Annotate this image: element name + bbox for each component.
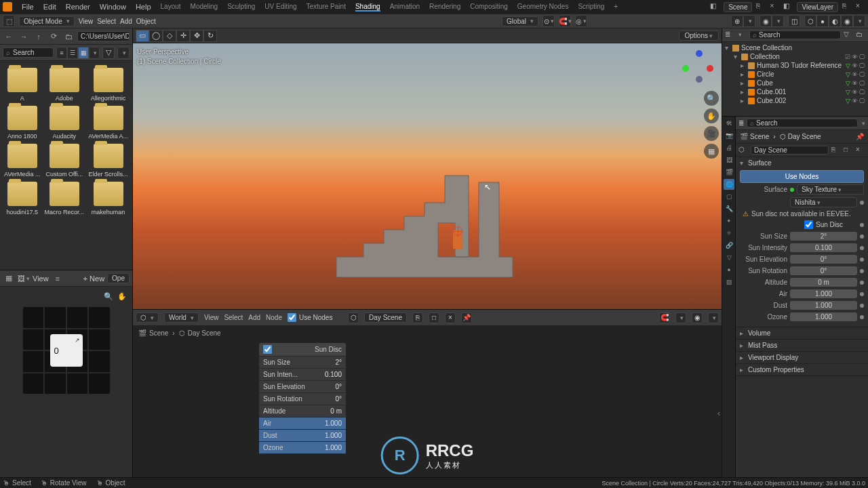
axis-x-icon[interactable] — [707, 65, 713, 72]
folder-item[interactable]: Adobe — [43, 66, 86, 103]
tool-cursor-icon[interactable]: ✛ — [176, 30, 190, 42]
ne-menu-select[interactable]: Select — [224, 314, 243, 321]
viewlayer-selector[interactable]: ViewLayer — [797, 2, 838, 12]
workspace-layout[interactable]: Layout — [161, 3, 181, 12]
disable-icon[interactable]: 🖵 — [859, 89, 865, 96]
data-icon[interactable]: ▽ — [846, 98, 850, 104]
tab-modifier-icon[interactable]: 🔧 — [724, 203, 734, 214]
tree-item[interactable]: ▸Cube.001▽👁🖵 — [722, 87, 868, 96]
folder-item[interactable]: AVerMedia A... — [87, 104, 130, 141]
anim-dot-icon[interactable] — [860, 304, 864, 308]
workspace-sculpting[interactable]: Sculpting — [227, 3, 255, 12]
prop-value[interactable]: 1.000 — [790, 301, 857, 310]
data-icon[interactable]: ▽ — [846, 80, 850, 87]
view-opts-icon[interactable] — [89, 47, 100, 59]
workspace-shading[interactable]: Shading — [355, 3, 380, 12]
viewlayer-browse-icon[interactable]: ◧ — [783, 2, 793, 12]
node-sun-disc-row[interactable]: Sun Disc — [259, 343, 346, 357]
data-icon[interactable]: ▽ — [846, 62, 850, 69]
nav-back-icon[interactable]: ← — [3, 30, 15, 43]
node-row[interactable]: Sun Elevation0° — [259, 381, 346, 393]
menu-render[interactable]: Render — [66, 3, 90, 11]
bc-scene[interactable]: 🎬 Scene — [138, 329, 168, 337]
folder-item[interactable]: Macro Recor... — [43, 180, 86, 217]
ne-shader-type[interactable]: World — [164, 312, 199, 323]
tree-item[interactable]: ▸Cube.002▽👁🖵 — [722, 96, 868, 105]
anim-dot-icon[interactable] — [860, 246, 864, 250]
workspace-geonodes[interactable]: Geometry Nodes — [517, 3, 569, 12]
tab-constraints-icon[interactable]: 🔗 — [724, 240, 734, 251]
show-gizmo-toggle[interactable]: ⊕ — [731, 15, 743, 27]
ne-editor-type[interactable]: ⬡ — [136, 312, 159, 323]
tab-tool-icon[interactable]: 🛠 — [724, 118, 734, 129]
vp-menu-object[interactable]: Object — [136, 18, 156, 25]
tree-root[interactable]: ▾Scene Collection — [722, 43, 868, 52]
hide-icon[interactable]: 👁 — [852, 54, 858, 60]
overlay-options[interactable] — [772, 15, 784, 27]
outliner-type-icon[interactable]: ≣ — [725, 30, 734, 40]
section-header[interactable]: ▸Custom Properties — [736, 364, 868, 375]
pivot-dropdown[interactable]: ⊙ — [542, 15, 555, 27]
hide-icon[interactable]: 👁 — [852, 80, 858, 87]
prop-value[interactable]: 2° — [790, 232, 857, 241]
view-thumb-icon[interactable]: ▦ — [78, 47, 89, 59]
scene-new-icon[interactable]: ⎘ — [756, 2, 766, 12]
shading-solid[interactable]: ● — [816, 15, 829, 27]
data-icon[interactable]: ▽ — [846, 89, 850, 96]
view-list-icon[interactable]: ≡ — [56, 47, 67, 59]
ne-copy-icon[interactable]: □ — [429, 312, 439, 323]
prop-value[interactable]: 0° — [790, 255, 857, 264]
node-row[interactable]: Ozone1.000 — [259, 442, 346, 454]
disable-icon[interactable]: 🖵 — [859, 71, 865, 78]
image-open-button[interactable]: Ope — [107, 273, 130, 283]
axis-y-icon[interactable] — [682, 65, 689, 72]
anim-dot-icon[interactable] — [860, 201, 864, 205]
vp-menu-view[interactable]: View — [79, 18, 94, 25]
anim-dot-icon[interactable] — [860, 258, 864, 262]
tab-output-icon[interactable]: 🖨 — [724, 142, 734, 153]
menu-help[interactable]: Help — [136, 3, 151, 11]
node-row[interactable]: Air1.000 — [259, 418, 346, 430]
scene-browse-icon[interactable]: ◧ — [710, 2, 719, 12]
world-name-input[interactable]: Day Scene — [751, 146, 829, 155]
xray-toggle[interactable]: ◫ — [788, 15, 800, 27]
image-editor-type-icon[interactable]: ▦ — [3, 272, 15, 285]
hand-icon[interactable]: ✋ — [117, 292, 127, 301]
persp-toggle-icon[interactable]: ▦ — [704, 144, 719, 159]
surface-dropdown[interactable]: Sky Texture — [797, 184, 864, 195]
shading-matprev[interactable]: ◐ — [829, 15, 841, 27]
ne-world-browse-icon[interactable]: ⬡ — [348, 312, 359, 323]
folder-item[interactable]: Anno 1800 — [3, 104, 42, 141]
anim-dot-icon[interactable] — [860, 223, 864, 227]
folder-item[interactable]: makehuman — [87, 180, 130, 217]
ne-pin-icon[interactable]: 📌 — [461, 312, 472, 323]
prop-value[interactable]: 0° — [790, 266, 857, 275]
node-sun-disc-check[interactable] — [263, 345, 272, 354]
ne-overlay-icon[interactable]: ◉ — [692, 312, 703, 323]
editor-type-icon[interactable]: ⬚ — [3, 15, 15, 27]
disable-icon[interactable]: 🖵 — [859, 80, 865, 87]
workspace-compositing[interactable]: Compositing — [470, 3, 508, 12]
data-icon[interactable]: ▽ — [846, 71, 850, 78]
anim-dot-icon[interactable] — [860, 315, 864, 319]
nav-newfolder-icon[interactable]: 🗀 — [62, 30, 75, 43]
world-copy-icon[interactable]: □ — [844, 146, 853, 155]
hide-icon[interactable]: 👁 — [852, 89, 858, 96]
workspace-modeling[interactable]: Modeling — [191, 3, 218, 12]
workspace-rendering[interactable]: Rendering — [429, 3, 460, 12]
tab-physics-icon[interactable]: ⚛ — [724, 228, 734, 239]
filter-opts-icon[interactable] — [117, 47, 130, 59]
outliner-search[interactable]: Search — [749, 30, 841, 39]
shading-wireframe[interactable]: ⬡ — [804, 15, 816, 27]
workspace-add[interactable]: + — [614, 3, 618, 12]
tree-item[interactable]: ▾Collection☑👁🖵 — [722, 52, 868, 61]
ne-use-nodes-check[interactable]: Use Nodes — [288, 313, 332, 322]
proportional-dropdown[interactable]: ◎ — [575, 15, 587, 27]
vp-menu-select[interactable]: Select — [97, 18, 116, 25]
anim-dot-icon[interactable] — [860, 292, 864, 296]
zoom-icon[interactable]: 🔍 — [104, 292, 113, 301]
viewlayer-new-icon[interactable]: ⎘ — [842, 2, 852, 12]
folder-item[interactable]: houdini17.5 — [3, 180, 42, 217]
orientation-dropdown[interactable]: Global — [502, 16, 538, 26]
props-search-input[interactable]: Search — [747, 119, 858, 127]
